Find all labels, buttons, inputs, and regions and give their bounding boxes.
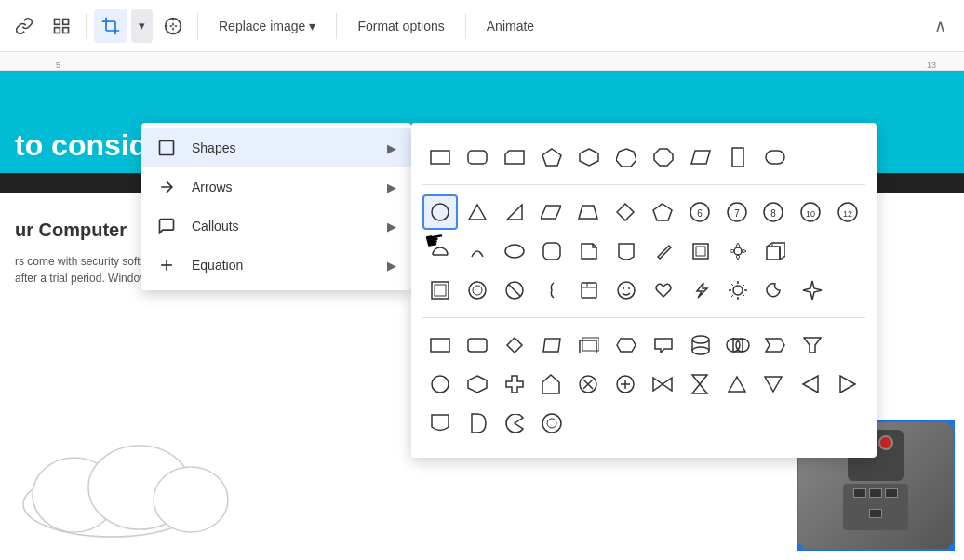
shape-page-fold[interactable] — [571, 233, 607, 269]
animate-button[interactable]: Animate — [474, 9, 547, 43]
shape-rounded-rect[interactable] — [460, 140, 495, 175]
shape-circle-num7[interactable]: 7 — [719, 194, 755, 230]
shape-circle-num8[interactable]: 8 — [756, 194, 791, 230]
shape-star4[interactable] — [795, 273, 830, 308]
shape-oval[interactable] — [497, 233, 532, 269]
shape-circle-num6[interactable]: 6 — [682, 194, 717, 230]
shape-frame[interactable] — [422, 273, 458, 308]
shape-diamond2[interactable] — [497, 327, 532, 363]
shape-note[interactable] — [571, 273, 607, 308]
shape-ring[interactable] — [460, 273, 495, 308]
shape-trapezoid[interactable] — [570, 194, 606, 230]
shape-no-symbol[interactable] — [497, 273, 532, 308]
mask-button[interactable] — [156, 9, 190, 43]
svg-rect-40 — [543, 243, 560, 260]
shape-parallelogram[interactable] — [683, 140, 718, 175]
shape-right-tri2[interactable] — [830, 367, 865, 402]
crop-dropdown-button[interactable]: ▾ — [131, 9, 153, 43]
shape-rect3[interactable] — [422, 327, 458, 363]
shape-cross[interactable] — [497, 367, 532, 402]
collapse-icon: ∧ — [934, 16, 946, 36]
shape-hourglass[interactable] — [682, 367, 717, 402]
insert-button[interactable] — [45, 9, 78, 43]
shape-arc[interactable] — [460, 233, 495, 269]
menu-item-callouts[interactable]: Callouts ▶ — [141, 207, 411, 246]
shape-cylinder-top[interactable] — [683, 327, 718, 363]
shape-rectangle[interactable] — [422, 140, 458, 175]
shape-parallelogram2[interactable] — [534, 194, 569, 230]
svg-marker-17 — [654, 149, 673, 166]
svg-text:6: 6 — [697, 208, 703, 219]
shape-right-triangle[interactable] — [497, 194, 532, 230]
shape-stadium[interactable] — [720, 327, 756, 363]
shape-d-shape[interactable] — [460, 406, 495, 441]
shape-up-triangle[interactable] — [719, 367, 755, 402]
animate-label: Animate — [487, 19, 534, 33]
shape-rounded-rect2[interactable] — [757, 140, 793, 175]
shape-double-rect[interactable] — [571, 327, 607, 363]
shape-snip-rect[interactable] — [497, 140, 532, 175]
shape-rounded-square[interactable] — [534, 233, 569, 269]
shape-document[interactable] — [609, 233, 644, 269]
shape-parallelogram3[interactable] — [534, 327, 569, 363]
shape-funnel[interactable] — [795, 327, 830, 363]
shape-bowtie[interactable] — [645, 367, 680, 402]
shape-chevron[interactable] — [757, 327, 793, 363]
shape-pentagon[interactable] — [534, 140, 569, 175]
shape-notched-rect[interactable] — [609, 327, 644, 363]
svg-marker-22 — [469, 205, 486, 220]
shape-cube[interactable] — [757, 233, 793, 269]
svg-marker-93 — [729, 377, 745, 392]
shape-flower[interactable] — [720, 233, 756, 269]
shape-tall-rect[interactable] — [720, 140, 756, 175]
shape-down-triangle[interactable] — [756, 367, 791, 402]
svg-point-7 — [154, 467, 228, 532]
svg-marker-80 — [766, 339, 784, 352]
selection-handle-bl[interactable] — [797, 544, 803, 551]
shape-circle[interactable] — [422, 194, 458, 230]
shape-speech[interactable] — [422, 406, 458, 441]
shape-message[interactable] — [646, 327, 681, 363]
selection-handle-tr[interactable] — [948, 420, 955, 427]
link-button[interactable] — [7, 9, 41, 43]
shape-xmark[interactable] — [570, 367, 606, 402]
shape-pacman[interactable] — [497, 406, 532, 441]
svg-rect-67 — [431, 339, 449, 352]
shape-triangle[interactable] — [460, 194, 495, 230]
shape-ring2[interactable] — [534, 406, 569, 441]
shape-octagon[interactable] — [646, 140, 681, 175]
callouts-icon — [156, 216, 177, 236]
replace-image-button[interactable]: Replace image ▾ — [206, 9, 328, 43]
shape-plus-circle[interactable] — [608, 367, 643, 402]
shape-hexagon[interactable] — [571, 140, 607, 175]
menu-item-shapes[interactable]: Shapes ▶ — [141, 128, 411, 167]
crop-button[interactable] — [94, 9, 127, 43]
shape-pentagon2[interactable] — [645, 194, 680, 230]
shape-circle-num12[interactable]: 12 — [830, 194, 865, 230]
selection-handle-br[interactable] — [948, 544, 955, 551]
svg-point-39 — [505, 245, 524, 258]
shape-heart[interactable] — [646, 273, 681, 308]
shape-rounded3[interactable] — [460, 327, 495, 363]
shape-smiley[interactable] — [609, 273, 644, 308]
shape-left-triangle[interactable] — [793, 367, 828, 402]
format-options-button[interactable]: Format options — [344, 9, 457, 43]
menu-item-equation[interactable]: Equation ▶ — [141, 246, 411, 285]
shape-diamond-rect[interactable] — [683, 233, 718, 269]
shape-half-circle[interactable] — [422, 233, 458, 269]
svg-marker-16 — [616, 149, 636, 167]
shape-diamond[interactable] — [608, 194, 643, 230]
shape-pencil[interactable] — [646, 233, 681, 269]
shape-house[interactable] — [533, 367, 569, 402]
dropdown-arrow-icon: ▾ — [139, 19, 145, 33]
shape-lightning[interactable] — [683, 273, 718, 308]
shape-hex2[interactable] — [460, 367, 495, 402]
shape-moon[interactable] — [757, 273, 793, 308]
shape-sun[interactable] — [720, 273, 756, 308]
shape-circle2[interactable] — [422, 367, 458, 402]
collapse-button[interactable]: ∧ — [923, 9, 957, 43]
shape-brace[interactable] — [534, 273, 569, 308]
shape-heptagon[interactable] — [609, 140, 644, 175]
shape-circle-num10[interactable]: 10 — [793, 194, 828, 230]
menu-item-arrows[interactable]: Arrows ▶ — [141, 167, 411, 207]
